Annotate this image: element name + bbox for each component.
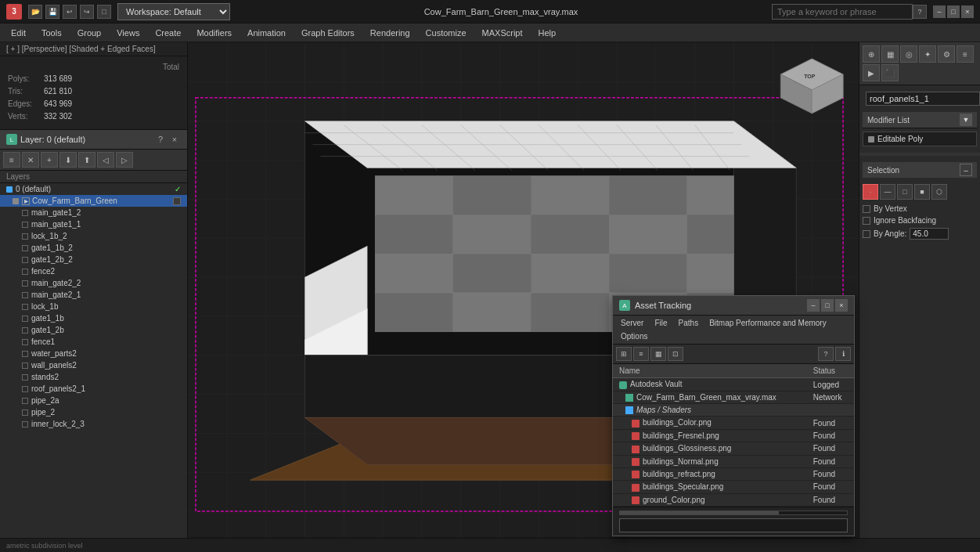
layer-item-10[interactable]: gate1_2b — [0, 324, 187, 336]
close-btn[interactable]: × — [961, 5, 974, 18]
menu-group[interactable]: Group — [70, 23, 110, 42]
modifier-dropdown-btn[interactable]: ▼ — [960, 114, 972, 126]
asset-maximize-btn[interactable]: □ — [821, 299, 834, 312]
ignore-backfacing-option[interactable]: Ignore Backfacing — [863, 215, 977, 226]
border-mode-btn[interactable]: □ — [897, 184, 913, 200]
layer-item-4[interactable]: gate1_2b_2 — [0, 254, 187, 265]
asset-row-specular[interactable]: buildings_Specular.png Found — [613, 481, 854, 493]
polygon-mode-btn[interactable]: ■ — [914, 184, 930, 200]
menu-graph-editors[interactable]: Graph Editors — [294, 23, 362, 42]
layer-item-1[interactable]: main_gate1_1 — [0, 218, 187, 230]
layer-item-14[interactable]: stands2 — [0, 371, 187, 383]
asset-tb-help-btn[interactable]: ? — [818, 347, 834, 361]
asset-path-input[interactable] — [619, 518, 848, 532]
layer-item-2[interactable]: lock_1b_2 — [0, 230, 187, 242]
layer-tb-btn-7[interactable]: ▷ — [116, 152, 133, 168]
asset-menu-file[interactable]: File — [650, 317, 672, 329]
asset-close-btn[interactable]: × — [835, 299, 848, 312]
layer-item-0[interactable]: main_gate1_2 — [0, 207, 187, 218]
asset-row-color[interactable]: buildings_Color.png Found — [613, 417, 854, 429]
asset-row-maps[interactable]: Maps / Shaders — [613, 404, 854, 417]
asset-row-glossiness[interactable]: buildings_Glossiness.png Found — [613, 442, 854, 455]
selection-collapse-btn[interactable]: – — [960, 164, 972, 176]
asset-row-fresnel[interactable]: buildings_Fresnel.png Found — [613, 429, 854, 442]
minimize-btn[interactable]: – — [933, 5, 946, 18]
menu-views[interactable]: Views — [109, 23, 147, 42]
layer-item-default[interactable]: 0 (default) ✓ — [0, 183, 187, 195]
undo-btn[interactable]: ↩ — [63, 5, 77, 19]
file-icon[interactable]: □ — [97, 5, 111, 19]
vertex-mode-btn[interactable]: · — [863, 184, 878, 200]
asset-menu-bitmap[interactable]: Bitmap Performance and Memory — [704, 317, 831, 329]
ri-btn-5[interactable]: ⚙ — [938, 45, 955, 63]
ri-btn-1[interactable]: ⊕ — [863, 45, 880, 63]
layer-item-9[interactable]: gate1_1b — [0, 312, 187, 324]
asset-table-container[interactable]: Name Status Autodesk Vault Logged Cow_Fa… — [613, 364, 854, 507]
ignore-backfacing-checkbox[interactable] — [863, 217, 870, 225]
ri-btn-3[interactable]: ◎ — [900, 45, 917, 63]
modifier-item-editable-poly[interactable]: Editable Poly — [863, 132, 976, 146]
menu-create[interactable]: Create — [147, 23, 189, 42]
asset-minimize-btn[interactable]: – — [807, 299, 820, 312]
ri-btn-4[interactable]: ✦ — [919, 45, 936, 63]
layer-close-btn[interactable]: × — [168, 133, 181, 146]
layer-item-17[interactable]: pipe_2 — [0, 406, 187, 418]
layer-tb-btn-5[interactable]: ⬆ — [78, 152, 95, 168]
layer-list[interactable]: 0 (default) ✓ ▸ Cow_Farm_Barn_Green main… — [0, 183, 187, 538]
col-status[interactable]: Status — [807, 364, 854, 378]
layer-item-cow-farm[interactable]: ▸ Cow_Farm_Barn_Green — [0, 195, 187, 207]
layer-visibility-icon[interactable] — [173, 197, 181, 205]
layer-item-6[interactable]: main_gate2_2 — [0, 277, 187, 289]
menu-edit[interactable]: Edit — [3, 23, 34, 42]
layer-item-5[interactable]: fence2 — [0, 265, 187, 277]
asset-tb-btn-3[interactable]: ▦ — [650, 347, 666, 361]
col-name[interactable]: Name — [613, 364, 807, 378]
layer-tb-btn-6[interactable]: ◁ — [97, 152, 114, 168]
layer-item-13[interactable]: wall_panels2 — [0, 359, 187, 371]
element-mode-btn[interactable]: ⬡ — [931, 184, 947, 200]
asset-tb-btn-1[interactable]: ⊞ — [616, 347, 632, 361]
asset-tb-info-btn[interactable]: ℹ — [835, 347, 851, 361]
asset-row-normal[interactable]: buildings_Normal.png Found — [613, 455, 854, 467]
ri-btn-7[interactable]: ▶ — [863, 64, 880, 81]
asset-menu-paths[interactable]: Paths — [674, 317, 704, 329]
layer-item-3[interactable]: gate1_1b_2 — [0, 242, 187, 254]
asset-tb-btn-4[interactable]: ⊡ — [668, 347, 683, 361]
layer-help-btn[interactable]: ? — [154, 133, 167, 146]
help-icon[interactable]: ? — [913, 5, 927, 19]
ri-btn-8[interactable]: ⬛ — [881, 64, 899, 81]
asset-tb-btn-2[interactable]: ≡ — [633, 347, 649, 361]
menu-maxscript[interactable]: MAXScript — [474, 23, 531, 42]
by-vertex-checkbox[interactable] — [863, 205, 870, 213]
asset-row-max-file[interactable]: Cow_Farm_Barn_Green_max_vray.max Network — [613, 391, 854, 403]
layer-item-12[interactable]: water_parts2 — [0, 348, 187, 359]
layer-item-16[interactable]: pipe_2a — [0, 395, 187, 406]
open-file-btn[interactable]: 📂 — [28, 5, 42, 19]
menu-tools[interactable]: Tools — [34, 23, 70, 42]
layer-tb-btn-3[interactable]: + — [41, 152, 58, 168]
menu-animation[interactable]: Animation — [240, 23, 294, 42]
asset-row-vault[interactable]: Autodesk Vault Logged — [613, 378, 854, 391]
asset-menu-server[interactable]: Server — [616, 317, 648, 329]
save-btn[interactable]: 💾 — [45, 5, 59, 19]
ri-btn-6[interactable]: ≡ — [957, 45, 974, 63]
menu-modifiers[interactable]: Modifiers — [189, 23, 240, 42]
layer-item-15[interactable]: roof_panels2_1 — [0, 383, 187, 395]
by-vertex-option[interactable]: By Vertex — [863, 203, 977, 215]
menu-help[interactable]: Help — [531, 23, 564, 42]
workspace-selector[interactable]: Workspace: Default — [117, 3, 230, 20]
redo-btn[interactable]: ↪ — [80, 5, 94, 19]
asset-row-refract[interactable]: buildings_refract.png Found — [613, 467, 854, 480]
asset-row-ground[interactable]: ground_Color.png Found — [613, 493, 854, 506]
layer-item-18[interactable]: inner_lock_2_3 — [0, 418, 187, 430]
layer-tb-btn-4[interactable]: ⬇ — [59, 152, 77, 168]
layer-item-7[interactable]: main_gate2_1 — [0, 289, 187, 301]
search-input[interactable] — [772, 4, 913, 20]
maximize-btn[interactable]: □ — [947, 5, 960, 18]
menu-customize[interactable]: Customize — [418, 23, 474, 42]
ri-btn-2[interactable]: ▦ — [881, 45, 899, 63]
asset-menu-options[interactable]: Options — [616, 330, 652, 342]
object-name-input[interactable] — [866, 92, 980, 106]
edge-mode-btn[interactable]: — — [880, 184, 895, 200]
menu-rendering[interactable]: Rendering — [362, 23, 418, 42]
